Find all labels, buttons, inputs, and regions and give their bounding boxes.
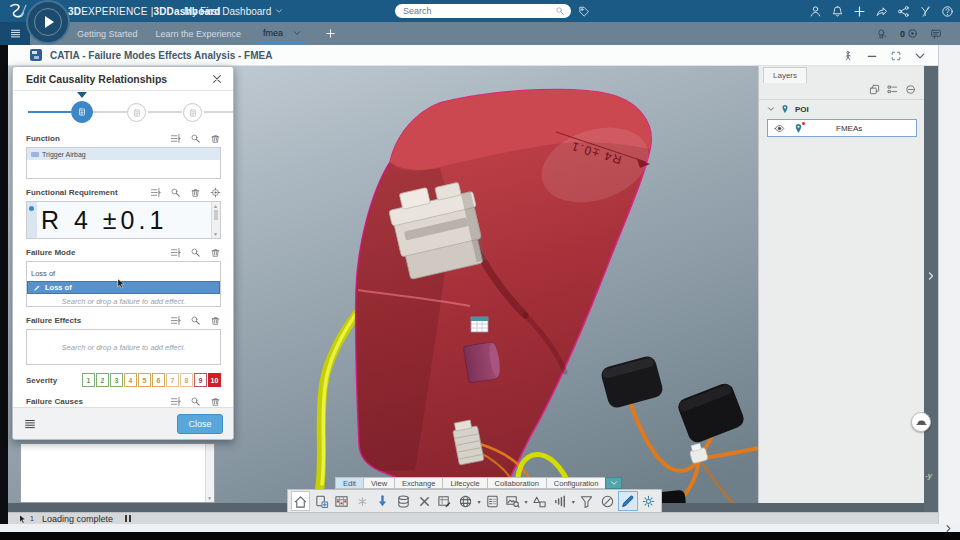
help-icon[interactable] <box>941 5 954 18</box>
target-icon[interactable] <box>210 187 221 198</box>
trash-icon[interactable] <box>210 247 221 258</box>
severity-box[interactable]: 2 <box>96 373 109 387</box>
list-icon[interactable] <box>150 187 161 198</box>
search-icon[interactable] <box>555 6 565 16</box>
dashboard-selector[interactable]: My First Dashboard <box>184 0 283 22</box>
search-icon[interactable] <box>190 315 201 326</box>
search-input[interactable] <box>401 5 555 17</box>
add-tab-button[interactable] <box>325 28 336 39</box>
remove-layer-icon[interactable] <box>905 84 916 95</box>
layer-item-fmeas[interactable]: FMEAs <box>767 119 917 137</box>
chevron-down-icon[interactable] <box>293 29 301 37</box>
panel-splitter[interactable]: -y <box>924 66 938 512</box>
ab-tab-view[interactable]: View <box>363 477 394 489</box>
chat-icon[interactable] <box>930 28 942 40</box>
list-icon[interactable] <box>170 247 181 258</box>
ribbon-search-icon[interactable] <box>876 28 888 40</box>
image-search-icon[interactable] <box>503 491 523 511</box>
ab-tab-lifecycle[interactable]: Lifecycle <box>442 477 486 489</box>
horn-icon[interactable] <box>550 491 570 511</box>
trash-icon[interactable] <box>190 187 201 198</box>
search-icon[interactable] <box>190 396 201 407</box>
severity-box[interactable]: 7 <box>166 373 179 387</box>
minimize-icon[interactable] <box>866 50 878 62</box>
fmea-marker-icon[interactable] <box>471 317 488 332</box>
ab-tab-configuration[interactable]: Configuration <box>546 477 606 489</box>
layers-tab[interactable]: Layers <box>763 67 807 83</box>
failure-effects-box[interactable]: Search or drop a failure to add effect. <box>26 329 221 365</box>
tab-learn-the-experience[interactable]: Learn the Experience <box>156 29 242 39</box>
database-icon[interactable] <box>394 491 414 511</box>
3dexperience-compass[interactable] <box>26 0 70 44</box>
dropdown-caret[interactable]: ▾ <box>523 498 529 505</box>
expand-icon[interactable] <box>890 50 902 62</box>
pause-icon[interactable] <box>125 515 131 522</box>
requirement-value[interactable]: R 4 ±0.1 <box>37 202 211 238</box>
tab-getting-started[interactable]: Getting Started <box>77 29 138 39</box>
form-icon[interactable] <box>482 491 502 511</box>
step-1[interactable] <box>71 101 93 123</box>
ambience-button[interactable] <box>911 412 931 432</box>
action-bar-collapse[interactable] <box>605 477 622 489</box>
trash-icon[interactable] <box>210 315 221 326</box>
trash-icon[interactable] <box>210 396 221 407</box>
step-2[interactable] <box>127 103 146 122</box>
layer-group-poi[interactable]: POI <box>767 104 809 114</box>
layer-list-icon[interactable] <box>887 84 898 95</box>
scrollbar[interactable]: ▲▼ <box>211 202 220 238</box>
global-search[interactable] <box>395 4 571 18</box>
trash-icon[interactable] <box>210 133 221 144</box>
close-icon[interactable] <box>211 73 223 85</box>
asterisk-icon[interactable] <box>353 491 373 511</box>
severity-box[interactable]: 8 <box>180 373 193 387</box>
search-icon[interactable] <box>170 187 181 198</box>
severity-box[interactable]: 5 <box>138 373 151 387</box>
user-icon[interactable] <box>809 5 822 18</box>
eraser-icon[interactable] <box>597 491 617 511</box>
collapse-chevron-icon[interactable] <box>914 50 926 62</box>
eye-icon[interactable] <box>774 123 785 134</box>
list-icon[interactable] <box>170 396 181 407</box>
media-counter[interactable]: 0 <box>900 28 918 39</box>
scrollbar[interactable]: ▼ <box>205 444 214 502</box>
pen-icon[interactable] <box>618 491 638 511</box>
shapes-icon[interactable] <box>530 491 550 511</box>
gear-icon[interactable] <box>639 491 659 511</box>
assistant-icon[interactable] <box>842 50 854 62</box>
ab-tab-collaboration[interactable]: Collaboration <box>487 477 546 489</box>
new-layer-icon[interactable] <box>869 84 880 95</box>
sheet-pen-icon[interactable] <box>435 491 455 511</box>
add-icon[interactable] <box>853 5 866 18</box>
search-icon[interactable] <box>190 247 201 258</box>
dropdown-caret[interactable]: ▾ <box>476 498 482 505</box>
severity-box[interactable]: 10 <box>208 373 221 387</box>
dropdown-caret[interactable]: ▾ <box>570 498 576 505</box>
severity-box[interactable]: 9 <box>194 373 207 387</box>
function-item[interactable]: Trigger Airbag <box>27 148 220 160</box>
severity-box[interactable]: 4 <box>124 373 137 387</box>
notifications-icon[interactable] <box>831 5 844 18</box>
globe-icon[interactable] <box>456 491 476 511</box>
share-icon[interactable] <box>897 5 910 18</box>
tag-icon[interactable] <box>578 5 590 17</box>
ab-tab-edit[interactable]: Edit <box>335 477 363 489</box>
list-icon[interactable] <box>170 315 181 326</box>
list-icon[interactable] <box>170 133 181 144</box>
tab-fmea[interactable]: fmea <box>259 23 305 44</box>
severity-box[interactable]: 1 <box>82 373 95 387</box>
new-window-icon[interactable] <box>311 491 331 511</box>
delete-icon[interactable] <box>414 491 434 511</box>
severity-box[interactable]: 6 <box>152 373 165 387</box>
step-3[interactable] <box>183 103 202 122</box>
planning-icon[interactable] <box>332 491 352 511</box>
swym-icon[interactable] <box>919 5 932 18</box>
search-icon[interactable] <box>190 133 201 144</box>
ab-tab-exchange[interactable]: Exchange <box>394 477 442 489</box>
forward-icon[interactable] <box>875 5 888 18</box>
import-icon[interactable] <box>373 491 393 511</box>
chevron-down-icon[interactable] <box>767 105 775 113</box>
severity-box[interactable]: 3 <box>110 373 123 387</box>
close-button[interactable]: Close <box>177 414 223 434</box>
filter-icon[interactable] <box>577 491 597 511</box>
home-icon[interactable] <box>291 491 311 511</box>
